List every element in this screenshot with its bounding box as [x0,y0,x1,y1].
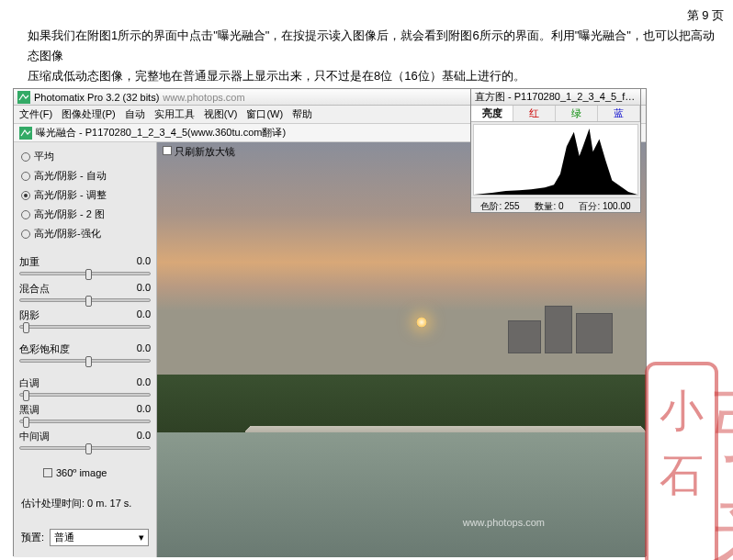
slider-track[interactable] [19,420,151,423]
histogram-window: 直方图 - P1170280_1_2_3_4_5_fused(www.36...… [470,88,641,213]
preset-row: 预置: 普通 ▾ [19,525,151,550]
slider-track[interactable] [19,272,151,275]
radio-label: 平均 [34,150,54,163]
tab-luminosity[interactable]: 亮度 [471,106,513,121]
menu-file[interactable]: 文件(F) [19,107,52,121]
checkbox-icon [43,468,52,477]
histogram-stats: 色阶: 255 数量: 0 百分: 100.00 [471,197,640,215]
slider-thumb-icon[interactable] [23,417,29,428]
radio-average[interactable]: 平均 [21,150,149,163]
watermark-stamp-icon: 小 石 张 来 [645,362,733,560]
method-radio-group: 平均 高光/阴影 - 自动 高光/阴影 - 调整 高光/阴影 - 2 图 高光/… [19,146,151,244]
slider-thumb-icon[interactable] [85,269,92,280]
checkbox-360[interactable]: 360º image [19,464,151,482]
slider-value: 0.0 [137,430,151,443]
stat-level-value: 255 [504,201,520,211]
slider-value: 0.0 [137,255,151,269]
intro-line1: 如果我们在附图1所示的界面中点击"曝光融合"，在按提示读入图像后，就会看到附图6… [28,28,715,62]
slider-thumb-icon[interactable] [85,443,92,454]
page-number: 第 9 页 [687,7,724,24]
stat-percent-value: 100.00 [603,201,631,211]
watermark-text: www.photops.com [463,517,545,528]
slider-thumb-icon[interactable] [85,356,92,367]
slider-name: 白调 [19,376,39,390]
radio-hs-2img[interactable]: 高光/阴影 - 2 图 [21,207,149,221]
menu-view[interactable]: 视图(V) [204,107,238,121]
checkbox-label: 360º image [56,467,107,478]
svg-marker-2 [474,129,637,195]
eta-label: 估计处理时间: 0 m. 17 s. [19,493,151,514]
radio-icon [21,210,30,219]
slider-saturation[interactable]: 色彩饱和度0.0 [19,342,151,365]
radio-icon [21,172,30,181]
slider-whiteclip[interactable]: 白调0.0 [19,376,151,399]
preset-label: 预置: [21,531,44,544]
histogram-tabs: 亮度 红 绿 蓝 [471,106,640,122]
slider-value: 0.0 [137,342,151,356]
slider-thumb-icon[interactable] [85,296,92,307]
radio-icon [21,191,30,200]
histogram-title: 直方图 - P1170280_1_2_3_4_5_fused(www.36... [471,89,640,106]
svg-text:来: 来 [712,484,733,560]
radio-label: 高光/阴影 - 自动 [34,169,107,183]
refresh-magnifier-checkbox[interactable]: 只刷新放大镜 [163,145,235,159]
menu-imageproc[interactable]: 图像处理(P) [62,107,116,121]
svg-text:石: 石 [660,451,704,499]
stat-count-label: 数量: [535,201,556,211]
slider-name: 黑调 [19,403,39,417]
radio-icon [21,152,30,162]
menu-help[interactable]: 帮助 [292,107,312,121]
intro-paragraph: 如果我们在附图1所示的界面中点击"曝光融合"，在按提示读入图像后，就会看到附图6… [0,0,733,92]
slider-value: 0.0 [137,376,151,390]
slider-name: 色彩饱和度 [19,342,70,356]
preset-value: 普通 [54,531,74,544]
slider-track[interactable] [19,446,151,450]
slider-value: 0.0 [137,282,151,296]
app-logo-icon [17,91,30,104]
titlebar-url: www.photops.com [163,92,244,103]
slider-blending[interactable]: 混合点0.0 [19,282,151,305]
slider-name: 加重 [19,255,39,269]
slider-track[interactable] [19,298,151,302]
preset-select[interactable]: 普通 ▾ [50,529,149,546]
tab-red[interactable]: 红 [513,106,556,121]
tab-green[interactable]: 绿 [556,106,598,121]
slider-accentuation[interactable]: 加重0.0 [19,255,151,278]
histogram-chart [473,124,638,196]
document-title: 曝光融合 - P1170280_1_2_3_4_5(www.360tu.com翻… [36,126,286,140]
radio-label: 高光/阴影 - 调整 [34,188,107,202]
doc-logo-icon [19,127,32,140]
menu-auto[interactable]: 自动 [125,107,145,121]
app-title: Photomatix Pro 3.2 (32 bits) [34,92,159,103]
slider-name: 中间调 [19,430,50,443]
slider-thumb-icon[interactable] [23,390,29,401]
svg-text:张: 张 [712,379,733,471]
stat-level-label: 色阶: [480,201,502,211]
radio-label: 高光/阴影 - 2 图 [34,207,105,221]
slider-thumb-icon[interactable] [23,322,29,333]
slider-name: 混合点 [19,282,50,296]
stat-percent-label: 百分: [579,201,600,211]
slider-midtone[interactable]: 中间调0.0 [19,430,151,453]
stat-count-value: 0 [558,201,564,211]
radio-hs-auto[interactable]: 高光/阴影 - 自动 [21,169,149,183]
svg-rect-1 [19,127,32,140]
svg-rect-3 [647,364,716,560]
slider-track[interactable] [19,359,151,363]
checkbox-icon [163,146,172,155]
menu-utilities[interactable]: 实用工具 [154,107,195,121]
slider-track[interactable] [19,393,151,397]
radio-hs-intensive[interactable]: 高光/阴影-强化 [21,227,149,241]
tab-blue[interactable]: 蓝 [598,106,640,121]
svg-rect-0 [17,91,30,104]
slider-track[interactable] [19,325,151,329]
menu-window[interactable]: 窗口(W) [246,107,283,121]
radio-icon [21,230,30,239]
intro-line2: 压缩成低动态图像，完整地在普通显示器上显示出来，只不过是在8位（16位）基础上进… [28,69,525,83]
slider-value: 0.0 [137,308,151,322]
slider-blackclip[interactable]: 黑调0.0 [19,403,151,426]
radio-hs-adjust[interactable]: 高光/阴影 - 调整 [21,188,149,202]
slider-shadows[interactable]: 阴影0.0 [19,308,151,331]
slider-value: 0.0 [137,403,151,417]
refresh-magnifier-label: 只刷新放大镜 [175,146,235,157]
